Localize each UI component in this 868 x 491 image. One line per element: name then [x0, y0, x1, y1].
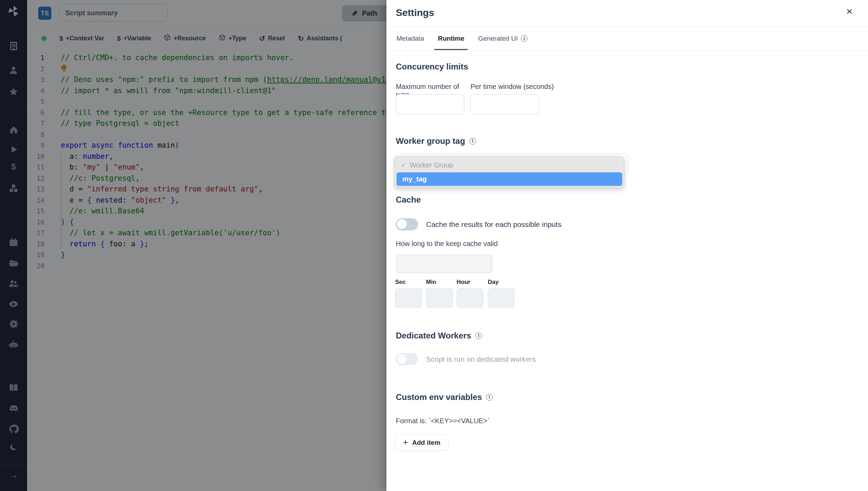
- dropdown-group-label: Worker Group: [410, 161, 453, 169]
- dropdown-option-my-tag[interactable]: my_tag: [397, 172, 622, 186]
- unit-col-hour: Hour: [457, 279, 490, 308]
- worker-group-heading: Worker group tag: [396, 136, 476, 146]
- cache-toggle-row: Cache the results for each possible inpu…: [396, 218, 561, 230]
- sec-input[interactable]: [395, 288, 422, 308]
- dedicated-toggle-label: Script is run on dedicated workers: [426, 355, 536, 363]
- unit-col-min: Min: [426, 279, 459, 308]
- hour-label: Hour: [457, 279, 490, 286]
- cache-heading: Cache: [396, 195, 421, 205]
- day-label: Day: [488, 279, 521, 286]
- concurrency-inputs: [396, 94, 539, 114]
- env-variables-heading: Custom env variables: [396, 392, 493, 402]
- cache-toggle-label: Cache the results for each possible inpu…: [426, 220, 561, 229]
- settings-title: Settings: [396, 7, 434, 18]
- unit-col-day: Day: [488, 279, 521, 308]
- info-icon: [475, 333, 482, 339]
- concurrency-heading: Concurency limits: [396, 62, 468, 72]
- dedicated-workers-toggle[interactable]: [396, 353, 418, 365]
- cache-duration-input[interactable]: [396, 255, 492, 273]
- sec-label: Sec: [395, 279, 428, 286]
- unit-col-sec: Sec: [395, 279, 428, 308]
- dedicated-toggle-row: Script is run on dedicated workers: [396, 353, 536, 365]
- tab-metadata[interactable]: Metadata: [392, 27, 429, 50]
- time-window-input[interactable]: [470, 94, 539, 114]
- worker-group-heading-label: Worker group tag: [396, 136, 465, 146]
- min-input[interactable]: [426, 288, 453, 308]
- tab-metadata-label: Metadata: [397, 35, 424, 42]
- env-variables-heading-label: Custom env variables: [396, 392, 482, 402]
- dedicated-workers-heading: Dedicated Workers: [396, 331, 482, 341]
- cache-duration-label: How long to the keep cache valid: [396, 240, 498, 248]
- min-label: Min: [426, 279, 459, 286]
- day-input[interactable]: [488, 288, 515, 308]
- dropdown-group-header: Worker Group: [397, 159, 622, 171]
- env-format-hint: Format is: `<KEY>=<VALUE>`: [396, 417, 490, 425]
- dedicated-workers-heading-label: Dedicated Workers: [396, 331, 471, 341]
- settings-tabs: Metadata Runtime Generated UI: [386, 27, 868, 50]
- tab-generated-ui[interactable]: Generated UI: [473, 27, 532, 50]
- add-item-label: Add item: [412, 439, 440, 447]
- add-item-button[interactable]: Add item: [395, 434, 449, 451]
- max-runs-input[interactable]: [396, 94, 464, 114]
- tab-runtime-label: Runtime: [438, 35, 464, 42]
- close-icon[interactable]: [844, 5, 855, 18]
- cache-toggle[interactable]: [396, 218, 418, 230]
- info-icon: [521, 35, 527, 42]
- worker-group-dropdown: Worker Group my_tag: [394, 156, 624, 188]
- settings-drawer: Settings Metadata Runtime Generated UI C…: [386, 0, 868, 491]
- check-icon: [401, 161, 406, 169]
- plus-icon: [403, 438, 408, 447]
- tab-generated-ui-label: Generated UI: [478, 35, 518, 42]
- tab-runtime[interactable]: Runtime: [433, 27, 469, 50]
- hour-input[interactable]: [457, 288, 483, 308]
- info-icon: [486, 394, 493, 401]
- settings-header: Settings: [386, 0, 868, 27]
- info-icon: [469, 138, 476, 145]
- modal-overlay[interactable]: [0, 0, 386, 491]
